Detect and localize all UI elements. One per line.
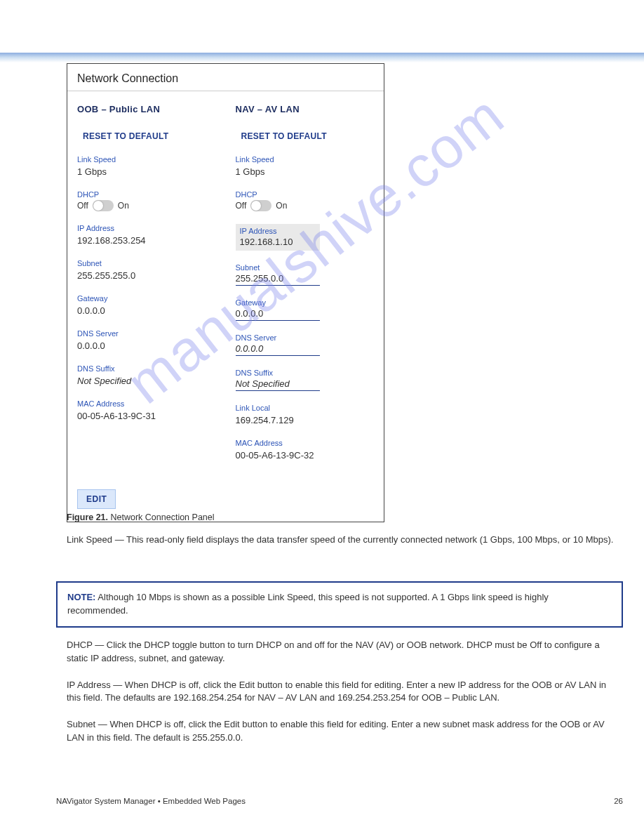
nav-mac-label: MAC Address <box>236 439 375 447</box>
oob-subnet-label: Subnet <box>77 259 216 267</box>
oob-dhcp-label: DHCP <box>77 190 216 199</box>
nav-gateway-label: Gateway <box>236 298 375 307</box>
nav-column: NAV – AV LAN RESET TO DEFAULT Link Speed… <box>236 104 375 474</box>
oob-linkspeed-value: 1 Gbps <box>77 166 107 177</box>
paragraph-dhcp: DHCP — Click the DHCP toggle button to t… <box>67 639 621 666</box>
nav-subnet-input[interactable]: 255.255.0.0 <box>236 273 320 286</box>
nav-linklocal-value: 169.254.7.129 <box>236 415 294 425</box>
nav-ip-label: IP Address <box>240 227 316 235</box>
nav-dns-label: DNS Server <box>236 333 375 342</box>
nav-dhcp-toggle[interactable] <box>250 200 271 211</box>
reset-nav-button[interactable]: RESET TO DEFAULT <box>241 131 375 141</box>
page-footer: NAVigator System Manager • Embedded Web … <box>56 797 623 805</box>
nav-mac-value: 00-05-A6-13-9C-32 <box>236 450 314 461</box>
oob-heading: OOB – Public LAN <box>77 104 216 114</box>
paragraph-ip: IP Address — When DHCP is off, click the… <box>67 679 621 706</box>
oob-gateway-value: 0.0.0.0 <box>77 305 105 316</box>
nav-heading: NAV – AV LAN <box>236 104 375 114</box>
oob-gateway-label: Gateway <box>77 294 216 303</box>
oob-column: OOB – Public LAN RESET TO DEFAULT Link S… <box>77 104 216 474</box>
figure-caption: Figure 21. Network Connection Panel <box>67 512 215 522</box>
divider <box>67 91 384 91</box>
oob-dns-value: 0.0.0.0 <box>77 340 105 351</box>
edit-button[interactable]: EDIT <box>77 489 116 509</box>
paragraph-subnet: Subnet — When DHCP is off, click the Edi… <box>67 718 621 745</box>
nav-linkspeed-label: Link Speed <box>236 155 375 164</box>
nav-subnet-label: Subnet <box>236 263 375 272</box>
figure-number: Figure 21. <box>67 512 108 522</box>
nav-ip-value: 192.168.1.10 <box>240 237 293 247</box>
oob-ip-label: IP Address <box>77 224 216 232</box>
header-gradient <box>0 53 644 62</box>
oob-subnet-value: 255.255.255.0 <box>77 270 135 281</box>
nav-dhcp-off: Off <box>236 201 247 211</box>
nav-gateway-input[interactable]: 0.0.0.0 <box>236 308 320 321</box>
figure-text: Network Connection Panel <box>108 512 214 522</box>
oob-dns-label: DNS Server <box>77 329 216 338</box>
oob-linkspeed-label: Link Speed <box>77 155 216 164</box>
nav-dhcp-on: On <box>276 201 287 211</box>
note-text: Although 10 Mbps is shown as a possible … <box>67 592 549 616</box>
reset-oob-button[interactable]: RESET TO DEFAULT <box>83 131 216 141</box>
footer-left: NAVigator System Manager • Embedded Web … <box>56 797 246 805</box>
paragraphs-block: DHCP — Click the DHCP toggle button to t… <box>67 639 621 745</box>
nav-linklocal-label: Link Local <box>236 404 375 412</box>
oob-dhcp-toggle[interactable] <box>93 200 114 211</box>
oob-mac-label: MAC Address <box>77 399 216 408</box>
oob-dhcp-on: On <box>118 201 129 211</box>
nav-dhcp-label: DHCP <box>236 190 375 199</box>
oob-dhcp-off: Off <box>77 201 88 211</box>
panel-title: Network Connection <box>77 71 374 91</box>
oob-suffix-value: Not Specified <box>77 376 131 386</box>
network-connection-panel: Network Connection OOB – Public LAN RESE… <box>67 63 384 522</box>
nav-suffix-label: DNS Suffix <box>236 369 375 377</box>
oob-mac-value: 00-05-A6-13-9C-31 <box>77 411 156 421</box>
oob-ip-value: 192.168.253.254 <box>77 235 146 246</box>
oob-suffix-label: DNS Suffix <box>77 364 216 373</box>
nav-ip-input[interactable]: IP Address 192.168.1.10 <box>236 224 320 251</box>
note-box: NOTE: Although 10 Mbps is shown as a pos… <box>56 581 623 628</box>
footer-right: 26 <box>614 797 623 805</box>
nav-dns-input[interactable]: 0.0.0.0 <box>236 343 320 356</box>
note-label: NOTE: <box>67 592 95 602</box>
nav-linkspeed-value: 1 Gbps <box>236 166 265 177</box>
nav-suffix-input[interactable]: Not Specified <box>236 378 320 391</box>
paragraph-linkspeed: Link Speed — This read-only field displa… <box>67 534 621 547</box>
